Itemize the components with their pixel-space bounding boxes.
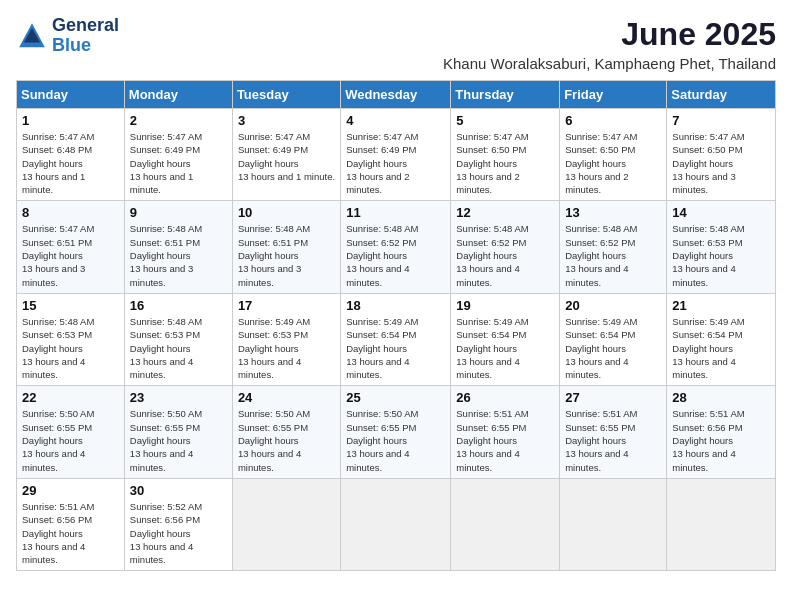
day-number: 6: [565, 113, 661, 128]
header: General Blue June 2025 Khanu Woralaksabu…: [16, 16, 776, 72]
day-info: Sunrise: 5:48 AM Sunset: 6:53 PM Dayligh…: [130, 315, 227, 381]
calendar-cell: 25 Sunrise: 5:50 AM Sunset: 6:55 PM Dayl…: [341, 386, 451, 478]
day-info: Sunrise: 5:49 AM Sunset: 6:54 PM Dayligh…: [456, 315, 554, 381]
calendar-cell: 9 Sunrise: 5:48 AM Sunset: 6:51 PM Dayli…: [124, 201, 232, 293]
day-info: Sunrise: 5:51 AM Sunset: 6:56 PM Dayligh…: [672, 407, 770, 473]
day-info: Sunrise: 5:48 AM Sunset: 6:53 PM Dayligh…: [672, 222, 770, 288]
day-number: 24: [238, 390, 335, 405]
day-info: Sunrise: 5:48 AM Sunset: 6:52 PM Dayligh…: [346, 222, 445, 288]
day-info: Sunrise: 5:47 AM Sunset: 6:50 PM Dayligh…: [672, 130, 770, 196]
calendar-cell: 26 Sunrise: 5:51 AM Sunset: 6:55 PM Dayl…: [451, 386, 560, 478]
day-number: 17: [238, 298, 335, 313]
day-number: 1: [22, 113, 119, 128]
day-info: Sunrise: 5:50 AM Sunset: 6:55 PM Dayligh…: [130, 407, 227, 473]
day-number: 12: [456, 205, 554, 220]
calendar-week-row: 8 Sunrise: 5:47 AM Sunset: 6:51 PM Dayli…: [17, 201, 776, 293]
calendar-cell: 11 Sunrise: 5:48 AM Sunset: 6:52 PM Dayl…: [341, 201, 451, 293]
day-number: 8: [22, 205, 119, 220]
calendar: Sunday Monday Tuesday Wednesday Thursday…: [16, 80, 776, 571]
calendar-cell: 30 Sunrise: 5:52 AM Sunset: 6:56 PM Dayl…: [124, 478, 232, 570]
day-number: 9: [130, 205, 227, 220]
day-number: 25: [346, 390, 445, 405]
day-info: Sunrise: 5:51 AM Sunset: 6:55 PM Dayligh…: [565, 407, 661, 473]
day-number: 2: [130, 113, 227, 128]
day-info: Sunrise: 5:50 AM Sunset: 6:55 PM Dayligh…: [238, 407, 335, 473]
day-info: Sunrise: 5:50 AM Sunset: 6:55 PM Dayligh…: [22, 407, 119, 473]
calendar-week-row: 1 Sunrise: 5:47 AM Sunset: 6:48 PM Dayli…: [17, 109, 776, 201]
calendar-cell: 12 Sunrise: 5:48 AM Sunset: 6:52 PM Dayl…: [451, 201, 560, 293]
day-number: 19: [456, 298, 554, 313]
day-info: Sunrise: 5:48 AM Sunset: 6:51 PM Dayligh…: [238, 222, 335, 288]
day-number: 10: [238, 205, 335, 220]
day-number: 15: [22, 298, 119, 313]
logo-text: General Blue: [52, 16, 119, 56]
day-info: Sunrise: 5:47 AM Sunset: 6:49 PM Dayligh…: [346, 130, 445, 196]
day-number: 11: [346, 205, 445, 220]
day-info: Sunrise: 5:51 AM Sunset: 6:56 PM Dayligh…: [22, 500, 119, 566]
calendar-cell: 27 Sunrise: 5:51 AM Sunset: 6:55 PM Dayl…: [560, 386, 667, 478]
calendar-cell: 28 Sunrise: 5:51 AM Sunset: 6:56 PM Dayl…: [667, 386, 776, 478]
calendar-cell: 16 Sunrise: 5:48 AM Sunset: 6:53 PM Dayl…: [124, 293, 232, 385]
calendar-cell: 3 Sunrise: 5:47 AM Sunset: 6:49 PM Dayli…: [232, 109, 340, 201]
calendar-cell: 7 Sunrise: 5:47 AM Sunset: 6:50 PM Dayli…: [667, 109, 776, 201]
calendar-cell: 20 Sunrise: 5:49 AM Sunset: 6:54 PM Dayl…: [560, 293, 667, 385]
col-monday: Monday: [124, 81, 232, 109]
title-area: June 2025 Khanu Woralaksaburi, Kamphaeng…: [443, 16, 776, 72]
day-info: Sunrise: 5:49 AM Sunset: 6:53 PM Dayligh…: [238, 315, 335, 381]
day-number: 16: [130, 298, 227, 313]
col-tuesday: Tuesday: [232, 81, 340, 109]
calendar-header-row: Sunday Monday Tuesday Wednesday Thursday…: [17, 81, 776, 109]
day-number: 4: [346, 113, 445, 128]
col-wednesday: Wednesday: [341, 81, 451, 109]
calendar-cell: 24 Sunrise: 5:50 AM Sunset: 6:55 PM Dayl…: [232, 386, 340, 478]
day-number: 20: [565, 298, 661, 313]
calendar-cell: 18 Sunrise: 5:49 AM Sunset: 6:54 PM Dayl…: [341, 293, 451, 385]
calendar-cell: 4 Sunrise: 5:47 AM Sunset: 6:49 PM Dayli…: [341, 109, 451, 201]
day-info: Sunrise: 5:48 AM Sunset: 6:52 PM Dayligh…: [565, 222, 661, 288]
day-info: Sunrise: 5:51 AM Sunset: 6:55 PM Dayligh…: [456, 407, 554, 473]
day-info: Sunrise: 5:52 AM Sunset: 6:56 PM Dayligh…: [130, 500, 227, 566]
day-info: Sunrise: 5:47 AM Sunset: 6:51 PM Dayligh…: [22, 222, 119, 288]
calendar-cell: 17 Sunrise: 5:49 AM Sunset: 6:53 PM Dayl…: [232, 293, 340, 385]
calendar-cell: [451, 478, 560, 570]
col-sunday: Sunday: [17, 81, 125, 109]
calendar-week-row: 22 Sunrise: 5:50 AM Sunset: 6:55 PM Dayl…: [17, 386, 776, 478]
calendar-cell: 14 Sunrise: 5:48 AM Sunset: 6:53 PM Dayl…: [667, 201, 776, 293]
calendar-cell: 22 Sunrise: 5:50 AM Sunset: 6:55 PM Dayl…: [17, 386, 125, 478]
day-number: 3: [238, 113, 335, 128]
day-info: Sunrise: 5:49 AM Sunset: 6:54 PM Dayligh…: [565, 315, 661, 381]
day-number: 23: [130, 390, 227, 405]
day-number: 21: [672, 298, 770, 313]
logo: General Blue: [16, 16, 119, 56]
logo-icon: [16, 20, 48, 52]
day-number: 13: [565, 205, 661, 220]
day-info: Sunrise: 5:47 AM Sunset: 6:48 PM Dayligh…: [22, 130, 119, 196]
calendar-cell: 21 Sunrise: 5:49 AM Sunset: 6:54 PM Dayl…: [667, 293, 776, 385]
day-number: 28: [672, 390, 770, 405]
col-friday: Friday: [560, 81, 667, 109]
day-number: 14: [672, 205, 770, 220]
day-info: Sunrise: 5:47 AM Sunset: 6:49 PM Dayligh…: [130, 130, 227, 196]
calendar-cell: 15 Sunrise: 5:48 AM Sunset: 6:53 PM Dayl…: [17, 293, 125, 385]
calendar-cell: 6 Sunrise: 5:47 AM Sunset: 6:50 PM Dayli…: [560, 109, 667, 201]
calendar-cell: 5 Sunrise: 5:47 AM Sunset: 6:50 PM Dayli…: [451, 109, 560, 201]
calendar-cell: [560, 478, 667, 570]
calendar-cell: 1 Sunrise: 5:47 AM Sunset: 6:48 PM Dayli…: [17, 109, 125, 201]
day-number: 30: [130, 483, 227, 498]
day-info: Sunrise: 5:50 AM Sunset: 6:55 PM Dayligh…: [346, 407, 445, 473]
calendar-week-row: 29 Sunrise: 5:51 AM Sunset: 6:56 PM Dayl…: [17, 478, 776, 570]
calendar-cell: [341, 478, 451, 570]
main-title: June 2025: [443, 16, 776, 53]
day-number: 5: [456, 113, 554, 128]
day-number: 22: [22, 390, 119, 405]
calendar-cell: 8 Sunrise: 5:47 AM Sunset: 6:51 PM Dayli…: [17, 201, 125, 293]
day-info: Sunrise: 5:47 AM Sunset: 6:49 PM Dayligh…: [238, 130, 335, 183]
day-number: 18: [346, 298, 445, 313]
calendar-cell: 2 Sunrise: 5:47 AM Sunset: 6:49 PM Dayli…: [124, 109, 232, 201]
day-info: Sunrise: 5:49 AM Sunset: 6:54 PM Dayligh…: [672, 315, 770, 381]
day-info: Sunrise: 5:48 AM Sunset: 6:53 PM Dayligh…: [22, 315, 119, 381]
day-info: Sunrise: 5:47 AM Sunset: 6:50 PM Dayligh…: [456, 130, 554, 196]
day-number: 29: [22, 483, 119, 498]
calendar-cell: 19 Sunrise: 5:49 AM Sunset: 6:54 PM Dayl…: [451, 293, 560, 385]
subtitle: Khanu Woralaksaburi, Kamphaeng Phet, Tha…: [443, 55, 776, 72]
